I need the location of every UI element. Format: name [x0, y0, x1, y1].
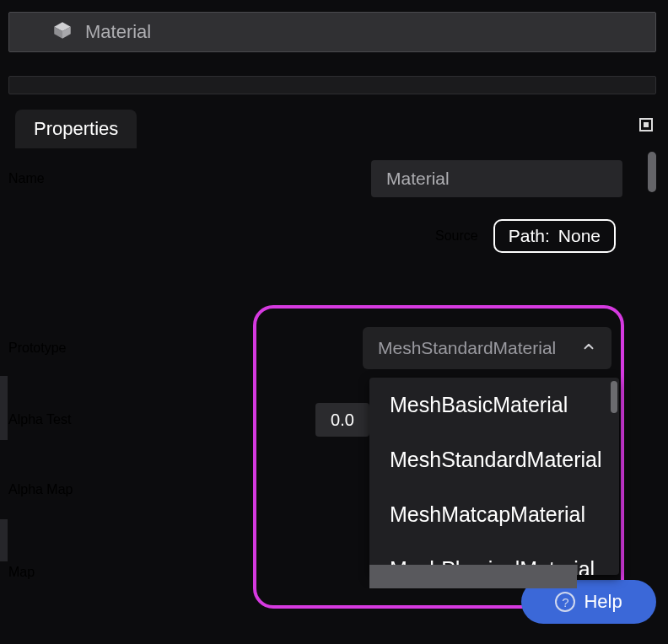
- breadcrumb-bar: [8, 76, 656, 94]
- prototype-selected-value: MeshStandardMaterial: [378, 338, 556, 358]
- left-gutter: [0, 376, 8, 440]
- title-bar: Material: [8, 12, 656, 52]
- name-input[interactable]: [371, 160, 622, 197]
- maximize-icon[interactable]: [639, 118, 653, 131]
- alpha-test-label: Alpha Test: [8, 412, 315, 427]
- source-path-value: None: [558, 226, 601, 246]
- tab-bar: Properties: [15, 110, 137, 148]
- source-path-key: Path:: [509, 226, 550, 246]
- scrollbar-vertical[interactable]: [648, 152, 656, 192]
- map-label: Map: [8, 565, 349, 580]
- dropdown-scrollbar[interactable]: [611, 381, 617, 413]
- properties-panel: Name Source Path: None Prototype MeshSta…: [8, 148, 656, 644]
- prototype-select[interactable]: MeshStandardMaterial: [363, 327, 611, 369]
- left-gutter: [0, 519, 8, 561]
- tab-properties[interactable]: Properties: [15, 110, 137, 148]
- alpha-map-label: Alpha Map: [8, 482, 349, 497]
- chevron-up-icon: [581, 338, 596, 358]
- material-icon: [51, 19, 73, 45]
- page-title: Material: [85, 21, 151, 43]
- help-label: Help: [584, 591, 622, 613]
- row-source: Source Path: None: [8, 219, 616, 253]
- dropdown-hscrollbar[interactable]: [369, 565, 577, 588]
- row-alpha-test: Alpha Test: [8, 403, 369, 437]
- row-alpha-map: Alpha Map: [8, 482, 349, 497]
- help-icon: ?: [555, 592, 575, 612]
- prototype-option-standard[interactable]: MeshStandardMaterial: [369, 432, 619, 487]
- row-name: Name: [8, 160, 616, 197]
- source-label: Source: [435, 228, 478, 244]
- row-map: Map: [8, 565, 349, 580]
- prototype-option-matcap[interactable]: MeshMatcapMaterial: [369, 487, 619, 542]
- source-path-button[interactable]: Path: None: [493, 219, 616, 253]
- prototype-label: Prototype: [8, 341, 363, 356]
- alpha-test-input[interactable]: [315, 403, 369, 437]
- name-label: Name: [8, 171, 371, 186]
- row-prototype: Prototype MeshStandardMaterial: [8, 327, 611, 369]
- prototype-dropdown: MeshBasicMaterial MeshStandardMaterial M…: [369, 378, 619, 575]
- prototype-option-basic[interactable]: MeshBasicMaterial: [369, 378, 619, 432]
